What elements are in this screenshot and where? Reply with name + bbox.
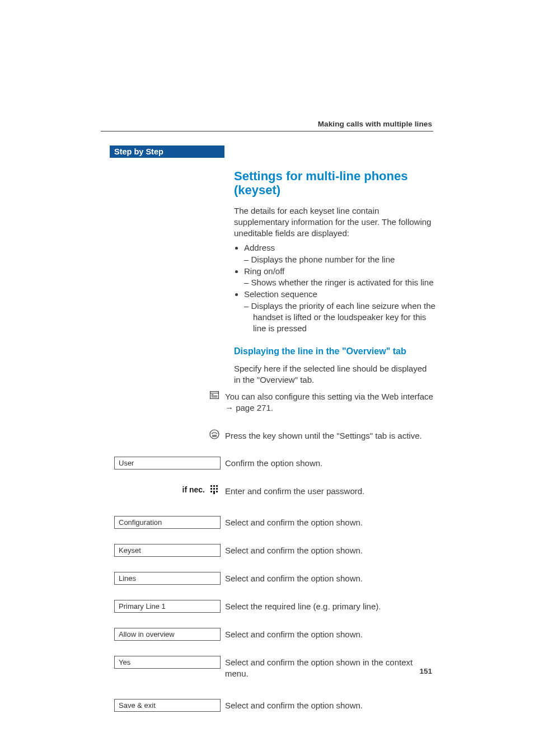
svg-rect-4 <box>212 397 218 397</box>
step-row: Allow in overview Select and confirm the… <box>110 628 435 641</box>
step-row: Press the key shown until the "Settings"… <box>110 429 435 442</box>
sub-intro: Specify here if the selected line should… <box>234 363 435 386</box>
step-text: Confirm the option shown. <box>225 457 435 469</box>
field-desc: Displays the priority of each line seizu… <box>253 300 435 335</box>
option-yes: Yes <box>114 656 221 669</box>
step-text: Enter and confirm the user password. <box>225 485 435 497</box>
page: Making calls with multiple lines Step by… <box>0 0 534 756</box>
field-name: Selection sequence <box>244 289 317 299</box>
main-content: Settings for multi-line phones (keyset) … <box>234 165 435 389</box>
step-row: Primary Line 1 Select the required line … <box>110 600 435 613</box>
step-text: Select and confirm the option shown. <box>225 572 435 584</box>
step-text: Select and confirm the option shown in t… <box>225 656 435 680</box>
header-rule <box>101 131 433 132</box>
page-link[interactable]: → page 271. <box>225 403 273 412</box>
option-save-exit: Save & exit <box>114 699 221 712</box>
keypad-icon <box>208 485 221 495</box>
step-row: if nec. <box>110 485 435 497</box>
step-row: Lines Select and confirm the option show… <box>110 572 435 585</box>
svg-rect-11 <box>210 488 212 490</box>
running-head: Making calls with multiple lines <box>318 119 432 129</box>
svg-rect-13 <box>210 491 212 492</box>
page-title: Settings for multi-line phones (keyset) <box>234 169 435 198</box>
step-row: Save & exit Select and confirm the optio… <box>110 699 435 712</box>
step-text: Select and confirm the option shown. <box>225 516 435 528</box>
step-row: Yes Select and confirm the option shown … <box>110 656 435 680</box>
step-text: Select and confirm the option shown. <box>225 699 435 711</box>
svg-rect-0 <box>210 392 219 399</box>
web-page-icon <box>208 390 221 400</box>
option-keyset: Keyset <box>114 544 221 557</box>
svg-rect-3 <box>212 396 218 396</box>
option-allow-overview: Allow in overview <box>114 628 221 641</box>
sidebar-title: Step by Step <box>110 145 224 158</box>
step-text: Press the key shown until the "Settings"… <box>225 429 435 442</box>
page-number: 151 <box>419 666 432 677</box>
field-name: Address <box>244 243 275 252</box>
svg-rect-2 <box>212 395 214 395</box>
step-row: Configuration Select and confirm the opt… <box>110 516 435 529</box>
svg-rect-16 <box>213 488 215 490</box>
step-text: Select and confirm the option shown. <box>225 544 435 556</box>
step-row: User Confirm the option shown. <box>110 457 435 469</box>
option-user: User <box>114 457 221 469</box>
field-desc: Displays the phone number for the line <box>253 254 435 265</box>
step-text: Select and confirm the option shown. <box>225 628 435 640</box>
subheading: Displaying the line in the "Overview" ta… <box>234 345 435 358</box>
step-text: You can also configure this setting via … <box>225 390 435 414</box>
steps-area: You can also configure this setting via … <box>110 390 435 727</box>
option-primary-line: Primary Line 1 <box>114 600 221 613</box>
svg-rect-8 <box>210 485 212 487</box>
svg-rect-9 <box>213 485 215 487</box>
svg-rect-12 <box>216 488 218 490</box>
svg-point-5 <box>210 430 219 439</box>
step-row: Keyset Select and confirm the option sho… <box>110 544 435 557</box>
intro-text: The details for each keyset line contain… <box>234 205 435 240</box>
step-text: Select the required line (e.g. primary l… <box>225 600 435 612</box>
field-name: Ring on/off <box>244 266 284 276</box>
option-configuration: Configuration <box>114 516 221 529</box>
if-nec-label: if nec. <box>182 485 205 495</box>
svg-rect-10 <box>216 485 218 487</box>
field-list: Address Displays the phone number for th… <box>234 242 435 334</box>
field-desc: Shows whether the ringer is activated fo… <box>253 277 435 288</box>
svg-rect-17 <box>213 492 215 494</box>
svg-rect-15 <box>216 491 218 492</box>
option-lines: Lines <box>114 572 221 585</box>
settings-key-icon <box>208 429 221 439</box>
svg-rect-14 <box>213 491 215 492</box>
step-row: You can also configure this setting via … <box>110 390 435 414</box>
